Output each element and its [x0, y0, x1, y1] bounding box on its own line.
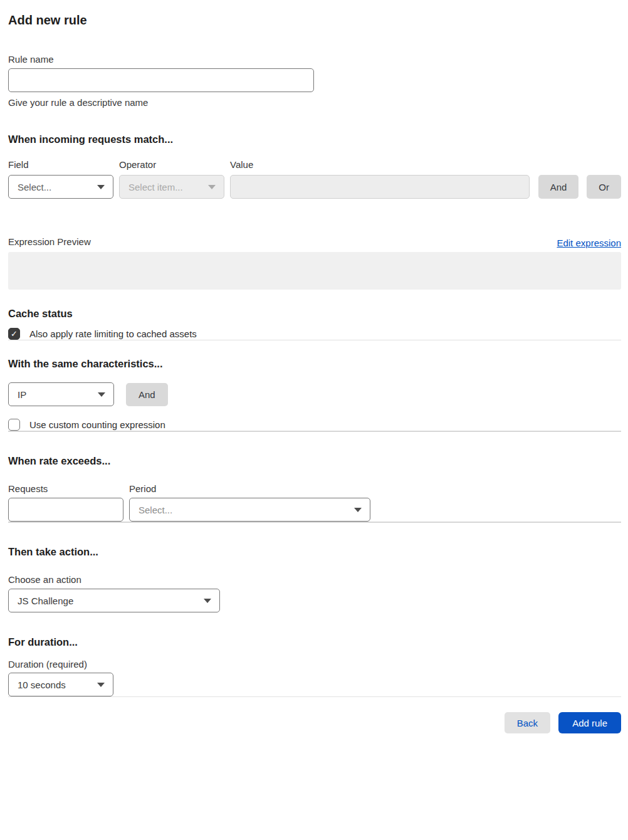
cached-assets-checkbox[interactable]: ✓: [8, 328, 20, 340]
chevron-down-icon: [204, 599, 211, 603]
rule-name-label: Rule name: [8, 53, 621, 66]
duration-select[interactable]: 10 seconds: [8, 673, 113, 696]
divider: [8, 431, 621, 432]
add-rule-button[interactable]: Add rule: [558, 712, 621, 733]
period-select-value: Select...: [139, 505, 172, 515]
rate-section-heading: When rate exceeds...: [8, 454, 621, 467]
requests-input[interactable]: [8, 498, 123, 522]
expression-preview-label: Expression Preview: [8, 236, 91, 248]
divider: [8, 696, 621, 697]
divider: [8, 522, 621, 523]
and-button[interactable]: And: [538, 175, 579, 199]
action-section-heading: Then take action...: [8, 545, 621, 558]
period-label: Period: [129, 483, 156, 495]
or-button[interactable]: Or: [587, 175, 621, 199]
characteristic-and-button[interactable]: And: [126, 383, 168, 406]
duration-section-heading: For duration...: [8, 636, 621, 648]
edit-expression-link[interactable]: Edit expression: [557, 238, 621, 248]
cache-section-heading: Cache status: [8, 307, 621, 320]
field-label: Field: [8, 159, 119, 171]
custom-counting-checkbox[interactable]: ✓: [8, 419, 20, 431]
back-button[interactable]: Back: [505, 712, 550, 733]
chevron-down-icon: [354, 508, 362, 512]
operator-label: Operator: [119, 159, 230, 171]
field-select-value: Select...: [18, 182, 51, 192]
custom-counting-checkbox-label: Use custom counting expression: [29, 419, 165, 430]
characteristic-select-value: IP: [18, 389, 26, 400]
action-label: Choose an action: [8, 574, 621, 586]
chevron-down-icon: [98, 392, 105, 397]
requests-label: Requests: [8, 483, 129, 495]
checkmark-icon: ✓: [11, 330, 18, 338]
chevron-down-icon: [97, 683, 105, 687]
value-input: [230, 175, 530, 199]
rule-name-helper: Give your rule a descriptive name: [8, 97, 621, 109]
field-select[interactable]: Select...: [8, 175, 113, 199]
add-rule-form: Add new rule Rule name Give your rule a …: [0, 0, 628, 733]
characteristic-select[interactable]: IP: [8, 382, 114, 406]
duration-select-value: 10 seconds: [18, 680, 66, 690]
action-select[interactable]: JS Challenge: [8, 589, 220, 612]
page-title: Add new rule: [8, 0, 621, 28]
operator-select: Select item...: [119, 175, 224, 199]
rule-name-input[interactable]: [8, 68, 314, 92]
expression-preview-box: [8, 252, 621, 290]
chevron-down-icon: [208, 185, 216, 189]
duration-label: Duration (required): [8, 658, 621, 671]
divider: [8, 340, 621, 340]
operator-select-value: Select item...: [128, 182, 183, 192]
chevron-down-icon: [97, 185, 105, 189]
value-label: Value: [230, 159, 621, 171]
characteristics-section-heading: With the same characteristics...: [8, 357, 621, 370]
cached-assets-checkbox-label: Also apply rate limiting to cached asset…: [29, 328, 197, 339]
match-section-heading: When incoming requests match...: [8, 133, 621, 145]
period-select[interactable]: Select...: [129, 498, 370, 522]
action-select-value: JS Challenge: [18, 596, 73, 606]
